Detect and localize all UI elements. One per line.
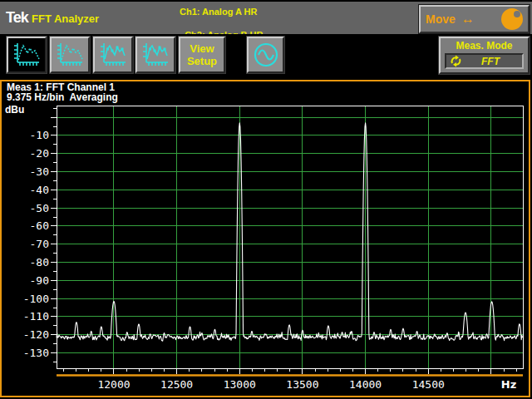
y-tick-label: -100 [23,293,49,305]
x-tick-label: 12000 [97,378,130,391]
toolbar: View Setup Meas. Mode FFT [0,34,532,80]
fft-trace [57,123,523,341]
spectrum-display-icon [12,42,42,68]
spectrum-display-icon [55,42,85,68]
meas-mode-selector[interactable]: FFT [445,53,524,69]
left-right-arrow-icon: ↔ [461,12,475,26]
app-title: FFT Analyzer [32,12,99,25]
y-tick-label: -120 [23,328,49,341]
y-tick-label: -30 [30,165,49,178]
axis-labels: -10-20-30-40-50-60-70-80-90-100-110-120-… [23,129,517,391]
grid-lines [57,106,523,369]
sine-source-icon [251,40,281,70]
x-axis-unit-label: Hz [501,378,516,391]
y-tick-label: -70 [30,238,49,250]
meas-mode-panel: Meas. Mode FFT [439,37,530,74]
display-select-button-1[interactable] [7,37,47,73]
y-tick-label: -50 [30,202,49,214]
x-tick-label: 13500 [286,378,318,391]
marker-trace-icon [98,42,128,68]
y-tick-label: -10 [30,129,49,141]
view-setup-label-line2: Setup [187,55,217,67]
y-tick-label: -130 [23,347,49,359]
x-tick-label: 14500 [412,378,445,391]
display-select-button-3[interactable] [93,37,133,73]
move-button[interactable]: Move ↔ [419,5,530,33]
view-setup-button[interactable]: View Setup [179,37,225,73]
channel-1-status: Ch1: Analog A HR [180,7,258,17]
display-select-button-4[interactable] [135,37,175,73]
meas-mode-value: FFT [462,56,519,67]
y-tick-label: -60 [30,219,49,232]
meas-mode-label: Meas. Mode [441,40,528,52]
x-tick-label: 12500 [160,378,193,391]
y-tick-label: -80 [30,256,49,268]
y-tick-label: -90 [30,274,49,287]
title-bar: Tek FFT Analyzer Ch1: Analog A HR Ch2: A… [0,0,532,34]
fft-spectrum-chart: -10-20-30-40-50-60-70-80-90-100-110-120-… [2,81,529,396]
axes-frame [57,106,523,369]
y-tick-label: -40 [30,184,49,196]
measurement-panel: Meas 1: FFT Channel 1 9.375 Hz/bin Avera… [0,80,530,397]
tek-logo: Tek [6,9,28,27]
sine-source-button[interactable] [247,37,284,73]
x-tick-label: 13000 [224,378,256,391]
move-button-label: Move [426,12,456,26]
display-select-button-2[interactable] [50,37,90,73]
y-tick-label: -20 [30,147,49,160]
refresh-cycle-icon [450,55,462,67]
marker-trace-icon [140,42,170,68]
view-setup-label-line1: View [190,42,214,55]
knob-icon [501,8,523,30]
y-tick-label: -110 [23,310,49,323]
x-tick-label: 14000 [349,378,382,391]
